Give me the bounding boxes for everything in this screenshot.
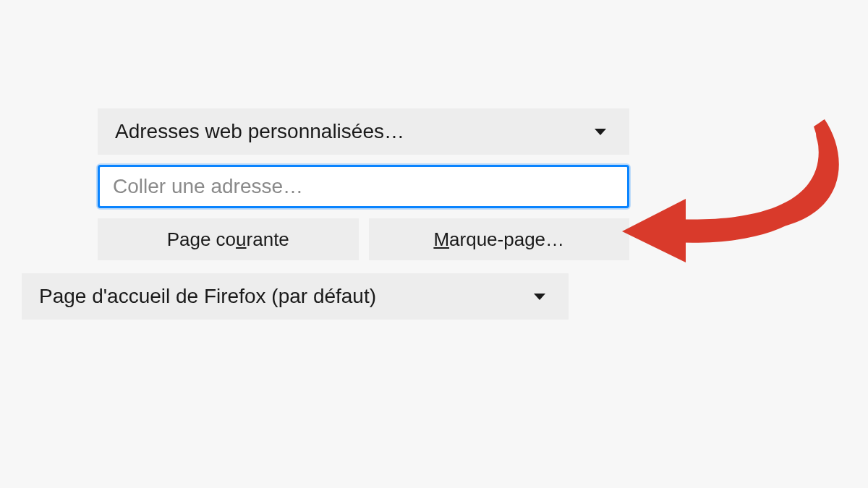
button-label-post: rante [247,228,289,251]
button-row: Page courante Marque-page… [98,218,629,260]
button-label-post: arque-page… [449,228,564,251]
button-label-underline: M [433,228,449,251]
homepage-url-input[interactable] [98,165,629,208]
dropdown-label: Page d'accueil de Firefox (par défaut) [39,285,376,308]
settings-panel: Adresses web personnalisées… Page couran… [22,108,651,320]
homepage-mode-dropdown[interactable]: Adresses web personnalisées… [98,108,629,155]
caret-down-icon [595,129,606,135]
use-bookmark-button[interactable]: Marque-page… [369,218,630,260]
button-label-underline: u [236,228,246,251]
use-current-page-button[interactable]: Page courante [98,218,359,260]
custom-url-group: Adresses web personnalisées… Page couran… [98,108,629,260]
caret-down-icon [534,294,545,300]
dropdown-label: Adresses web personnalisées… [115,120,404,143]
button-label-pre: Page co [167,228,236,251]
newtab-mode-dropdown[interactable]: Page d'accueil de Firefox (par défaut) [22,273,569,320]
